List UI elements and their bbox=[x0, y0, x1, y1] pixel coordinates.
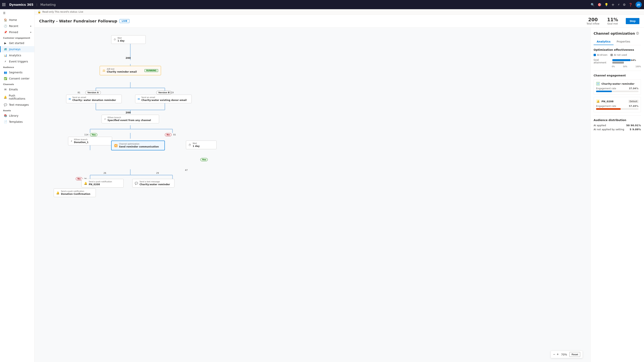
segments-icon: 👥 bbox=[4, 71, 7, 74]
event-triggers-label: Event triggers bbox=[9, 60, 28, 63]
recent-icon: 🕐 bbox=[4, 24, 7, 27]
lock-icon: 🔒 bbox=[38, 10, 41, 13]
chart-axis: 0% 50% 100% bbox=[612, 65, 641, 68]
sidebar-item-library[interactable]: 📚 Library bbox=[0, 113, 34, 119]
card-1-eng-value: 37.04% bbox=[629, 87, 638, 90]
sidebar-item-event-triggers[interactable]: ⚡ Event triggers bbox=[0, 58, 34, 64]
journey-icon: 🗺️ bbox=[4, 48, 7, 51]
nav-icons: 🔍 🎯 💡 + ⚡ ⚙️ ❓ JD bbox=[591, 1, 642, 8]
top-navigation: Dynamics 365 | Marketing 🔍 🎯 💡 + ⚡ ⚙️ ❓ … bbox=[0, 0, 644, 9]
consent-icon: ✅ bbox=[4, 77, 7, 80]
pinned-label: Pinned bbox=[9, 31, 18, 34]
sidebar-item-journeys[interactable]: 🗺️ Journeys bbox=[0, 46, 34, 52]
channels-section: Channels bbox=[0, 82, 34, 86]
assets-section: Assets bbox=[0, 108, 34, 113]
home-label: Home bbox=[9, 18, 17, 21]
zoom-out-button[interactable]: − bbox=[553, 353, 555, 357]
total-inflow-stat: 200 Total inflow bbox=[586, 17, 600, 25]
zoom-in-button[interactable]: + bbox=[557, 353, 559, 357]
engagement-card-2: 🔔 PN_0208 Default Engagement rate 57.69% bbox=[594, 97, 641, 112]
ai-applied-label: AI applied bbox=[594, 124, 606, 127]
running-badge: RUNNING bbox=[144, 69, 158, 72]
ai-not-applied-label: AI not applied by setting bbox=[594, 128, 624, 131]
sidebar-item-push-notifications[interactable]: 🔔 Push notifications bbox=[0, 92, 34, 102]
sidebar-item-get-started[interactable]: ▶ Get started bbox=[0, 40, 34, 46]
consent-center-label: Consent center bbox=[9, 77, 30, 80]
card-2-default-badge: Default bbox=[628, 100, 638, 103]
stop-button[interactable]: Stop bbox=[626, 18, 640, 24]
count-200-top: 200 bbox=[126, 56, 131, 59]
audience-title: Audience distribution bbox=[594, 119, 641, 122]
analytics-label: Analytics bbox=[9, 54, 21, 57]
card-1-eng-row: Engagement rate 37.04% bbox=[596, 87, 638, 90]
reset-button[interactable]: Reset bbox=[570, 352, 580, 357]
panel-title: Channel optimization ⓘ bbox=[594, 31, 641, 35]
sidebar-item-home[interactable]: 🏠 Home bbox=[0, 17, 34, 23]
hamburger-icon: ☰ bbox=[3, 11, 6, 14]
yes-badge-2: Yes bbox=[200, 158, 208, 161]
sidebar-item-segments[interactable]: 👥 Segments bbox=[0, 69, 34, 75]
legend-no-ai-label: AI not used bbox=[614, 54, 627, 56]
card-1-name: Charity:water reminder bbox=[602, 82, 638, 85]
version-a-pill: Version A bbox=[85, 91, 101, 94]
legend-no-ai: AI not used bbox=[610, 54, 627, 56]
sidebar-item-templates[interactable]: 📄 Templates bbox=[0, 119, 34, 125]
ai-legend-dot bbox=[594, 54, 596, 56]
sidebar-collapse-btn[interactable]: ☰ bbox=[0, 9, 34, 17]
grid-menu-icon[interactable] bbox=[2, 3, 5, 6]
content-split: ⏱ Wait 1 day 200 bbox=[34, 27, 644, 362]
library-icon: 📚 bbox=[4, 114, 7, 117]
templates-icon: 📄 bbox=[4, 120, 7, 123]
channel-engagement-title: Channel engagement bbox=[594, 74, 641, 77]
sms-icon: 💬 bbox=[4, 103, 7, 106]
search-icon[interactable]: 🔍 bbox=[591, 3, 594, 6]
card-1-eng-label: Engagement rate bbox=[596, 87, 616, 90]
target-icon[interactable]: 🎯 bbox=[598, 3, 602, 6]
no-ai-legend-dot bbox=[610, 54, 613, 56]
audience-section: Audience bbox=[0, 64, 34, 69]
version-b-count: 119 bbox=[170, 91, 174, 94]
wait-icon: ⏱ bbox=[114, 38, 116, 41]
tab-analytics[interactable]: Analytics bbox=[594, 38, 614, 45]
segments-label: Segments bbox=[9, 71, 22, 74]
card-1-bar-bg bbox=[596, 91, 638, 92]
sidebar-item-emails[interactable]: ✉️ Emails bbox=[0, 86, 34, 92]
goal-attainment-chart: Goal attainment 64% 40% bbox=[594, 59, 641, 64]
lightbulb-icon[interactable]: 💡 bbox=[604, 3, 608, 6]
sidebar-item-text-messages[interactable]: 💬 Text messages bbox=[0, 102, 34, 108]
sidebar-item-analytics[interactable]: 📊 Analytics bbox=[0, 52, 34, 58]
info-icon[interactable]: ⓘ bbox=[636, 32, 639, 35]
plus-icon[interactable]: + bbox=[612, 2, 615, 7]
settings-icon[interactable]: ⚙️ bbox=[623, 3, 626, 6]
ai-bar-label: 64% bbox=[631, 59, 636, 61]
record-title: Charity - Water Fundraiser Followup bbox=[39, 19, 117, 23]
event-icon: ⚡ bbox=[4, 60, 7, 63]
journey-canvas[interactable]: ⏱ Wait 1 day 200 bbox=[34, 27, 590, 362]
ai-not-applied-value: 5 9.09% bbox=[630, 128, 641, 131]
module-name: Marketing bbox=[40, 3, 56, 6]
right-panel: Channel optimization ⓘ Analytics Propert… bbox=[590, 27, 644, 362]
sidebar-item-recent[interactable]: 🕐 Recent ▾ bbox=[0, 23, 34, 29]
version-a-count: 81 bbox=[78, 91, 80, 94]
email-icon: ✉️ bbox=[4, 88, 7, 91]
wait-icon-2: ⏱ bbox=[188, 143, 191, 146]
card-2-eng-row: Engagement rate 57.69% bbox=[596, 105, 638, 107]
chevron-down-icon-2: ▾ bbox=[30, 31, 31, 33]
card-2-bar-fill bbox=[596, 108, 620, 110]
filter-icon[interactable]: ⚡ bbox=[618, 3, 620, 6]
count-200-mid: 200 bbox=[126, 111, 131, 114]
no-badge-1: No 55 bbox=[165, 133, 176, 136]
sidebar-item-pinned[interactable]: 📌 Pinned ▾ bbox=[0, 29, 34, 35]
sidebar-item-consent-center[interactable]: ✅ Consent center bbox=[0, 75, 34, 82]
user-avatar[interactable]: JD bbox=[636, 1, 642, 8]
card-1-header: 📧 Charity:water reminder bbox=[596, 82, 638, 86]
tab-properties[interactable]: Properties bbox=[614, 38, 633, 45]
legend-ai: AI-driven bbox=[594, 54, 608, 56]
card-2-eng-label: Engagement rate bbox=[596, 105, 616, 107]
status-text: Read-only This record's status: Live bbox=[42, 10, 83, 13]
help-icon[interactable]: ❓ bbox=[629, 3, 632, 6]
total-inflow-value: 200 bbox=[586, 17, 600, 22]
total-inflow-label: Total inflow bbox=[586, 22, 600, 25]
journeys-label: Journeys bbox=[9, 48, 20, 51]
panel-title-text: Channel optimization bbox=[594, 31, 635, 35]
